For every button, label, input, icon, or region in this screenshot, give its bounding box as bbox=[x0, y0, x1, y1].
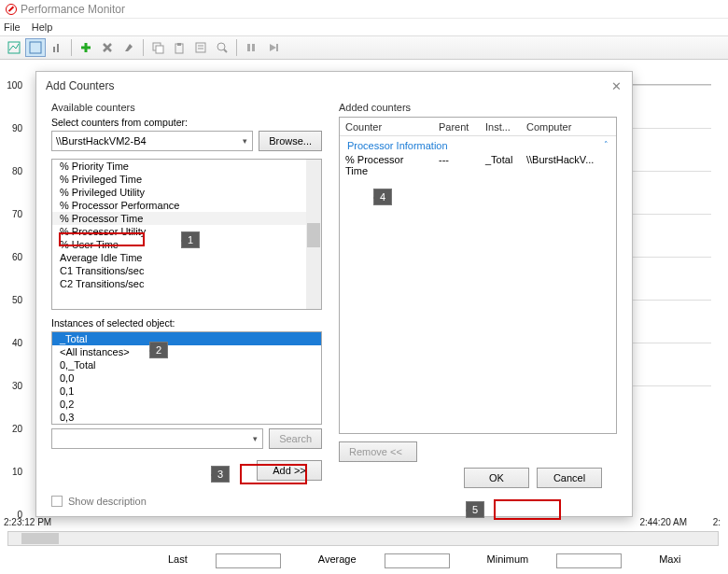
caret-up-icon: ˄ bbox=[604, 140, 609, 151]
list-item[interactable]: % Privileged Utility bbox=[52, 186, 321, 199]
show-description-checkbox[interactable] bbox=[51, 496, 63, 507]
add-icon[interactable] bbox=[76, 38, 96, 57]
search-button[interactable]: Search bbox=[269, 428, 322, 449]
list-item-processor-time[interactable]: % Processor Time bbox=[52, 212, 321, 225]
update-icon[interactable] bbox=[262, 38, 283, 57]
instance-item[interactable]: 0,_Total bbox=[52, 358, 321, 371]
select-from-label: Select counters from computer: bbox=[51, 117, 322, 128]
svg-rect-14 bbox=[252, 44, 255, 51]
time-start: 2:23:12 PM bbox=[4, 517, 51, 527]
list-item[interactable]: % Privileged Time bbox=[52, 173, 321, 186]
properties-icon[interactable] bbox=[190, 38, 211, 57]
menubar: File Help bbox=[0, 19, 728, 35]
counter-group[interactable]: Processor Information˄ bbox=[340, 138, 616, 153]
zoom-icon[interactable] bbox=[212, 38, 232, 57]
grid-header: Counter Parent Inst... Computer bbox=[340, 118, 616, 136]
svg-rect-8 bbox=[196, 43, 205, 52]
list-item[interactable]: Average Idle Time bbox=[52, 251, 321, 264]
callout-1: 1 bbox=[181, 231, 200, 248]
highlight-icon[interactable] bbox=[119, 38, 139, 57]
svg-line-12 bbox=[224, 49, 227, 52]
table-row[interactable]: % Processor Time --- _Total \\BurstHackV… bbox=[340, 153, 616, 177]
list-item[interactable]: C1 Transitions/sec bbox=[52, 264, 321, 277]
add-button[interactable]: Add >> bbox=[257, 460, 322, 481]
show-description-label: Show description bbox=[68, 496, 147, 507]
freeze-icon[interactable] bbox=[241, 38, 261, 57]
time-partial: 2: bbox=[713, 517, 721, 527]
view-report-icon[interactable] bbox=[25, 38, 46, 57]
app-icon bbox=[6, 4, 17, 15]
instance-total[interactable]: _Total bbox=[52, 332, 321, 345]
svg-rect-15 bbox=[276, 44, 278, 51]
horizontal-scrollbar[interactable] bbox=[7, 531, 719, 546]
instance-item[interactable]: 0,0 bbox=[52, 371, 321, 385]
scrollbar[interactable] bbox=[306, 160, 321, 309]
added-counters-label: Added counters bbox=[339, 102, 617, 113]
instance-item[interactable]: 0,3 bbox=[52, 411, 321, 424]
callout-4: 4 bbox=[373, 189, 392, 205]
svg-point-11 bbox=[217, 43, 225, 50]
svg-rect-3 bbox=[57, 44, 59, 52]
menu-help[interactable]: Help bbox=[32, 21, 53, 33]
view-histogram-icon[interactable] bbox=[47, 38, 67, 57]
menu-file[interactable]: File bbox=[4, 21, 21, 33]
toolbar bbox=[0, 35, 728, 60]
instances-listbox[interactable]: _Total <All instances> 0,_Total 0,0 0,1 … bbox=[51, 331, 322, 425]
remove-button[interactable]: Remove << bbox=[339, 441, 417, 462]
paste-icon[interactable] bbox=[169, 38, 189, 57]
callout-3: 3 bbox=[211, 466, 230, 483]
available-counters-label: Available counters bbox=[51, 102, 322, 113]
list-item[interactable]: % Processor Performance bbox=[52, 199, 321, 212]
svg-rect-7 bbox=[177, 43, 181, 46]
instance-item[interactable]: <All instances> bbox=[52, 345, 321, 358]
svg-rect-5 bbox=[156, 46, 163, 53]
instance-item[interactable]: 0,1 bbox=[52, 385, 321, 398]
svg-rect-2 bbox=[53, 47, 55, 52]
callout-2: 2 bbox=[149, 342, 168, 358]
time-end: 2:44:20 AM bbox=[639, 517, 687, 527]
app-title: Performance Monitor bbox=[21, 3, 125, 16]
svg-rect-13 bbox=[247, 44, 250, 51]
callout-5: 5 bbox=[466, 501, 484, 518]
instance-item[interactable]: 0,2 bbox=[52, 398, 321, 411]
dialog-title: Add Counters bbox=[46, 79, 114, 92]
close-icon[interactable]: ✕ bbox=[608, 77, 624, 94]
ok-button[interactable]: OK bbox=[464, 468, 529, 488]
delete-icon[interactable] bbox=[97, 38, 118, 57]
added-counters-grid: Counter Parent Inst... Computer Processo… bbox=[339, 117, 617, 434]
list-item[interactable]: % Priority Time bbox=[52, 160, 321, 173]
browse-button[interactable]: Browse... bbox=[259, 131, 322, 151]
cancel-button[interactable]: Cancel bbox=[537, 468, 602, 488]
view-line-icon[interactable] bbox=[4, 38, 24, 57]
computer-combo[interactable]: \\BurstHackVM2-B4 bbox=[51, 131, 253, 151]
footer-stats: Last Average Minimum Maxi bbox=[0, 553, 728, 568]
instances-label: Instances of selected object: bbox=[51, 317, 322, 329]
list-item[interactable]: C2 Transitions/sec bbox=[52, 277, 321, 290]
add-counters-dialog: Add Counters ✕ Available counters Select… bbox=[35, 71, 633, 517]
svg-rect-0 bbox=[8, 42, 20, 53]
titlebar: Performance Monitor bbox=[0, 0, 728, 19]
svg-rect-1 bbox=[30, 42, 41, 53]
copy-icon[interactable] bbox=[147, 38, 168, 57]
instance-search-combo[interactable] bbox=[51, 428, 263, 449]
